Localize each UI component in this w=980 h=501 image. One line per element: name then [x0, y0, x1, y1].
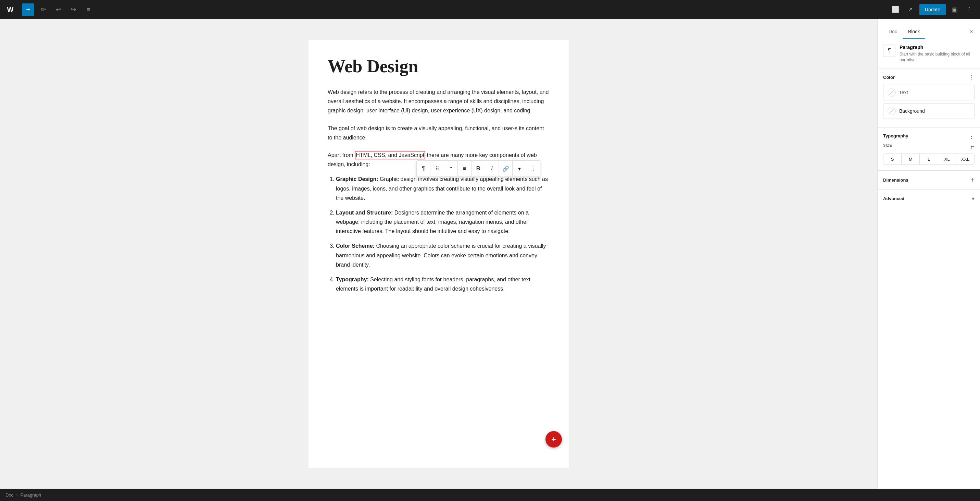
color-more-button[interactable]: ⋮ [968, 74, 975, 81]
list-item-title-2: Layout and Structure: [336, 210, 393, 215]
right-panel: Doc Block × ¶ Paragraph Start with the b… [877, 19, 980, 489]
more-options-button[interactable]: ⋮ [964, 3, 976, 16]
paragraph-2[interactable]: The goal of web design is to create a vi… [328, 124, 550, 142]
list-item-title-3: Color Scheme: [336, 243, 375, 249]
size-xl-button[interactable]: XL [938, 154, 956, 164]
dimensions-section-title: Dimensions [883, 177, 908, 183]
view-icon-button[interactable]: ⬜ [889, 3, 902, 16]
toolbar-paragraph-icon[interactable]: ¶ [417, 160, 430, 177]
toolbar-link-button[interactable]: 🔗 [499, 160, 512, 177]
toolbar-bold-button[interactable]: B [471, 160, 485, 177]
content-list: Graphic Design: Graphic design involves … [328, 174, 550, 294]
typography-section-header: Typography ⋮ [883, 133, 975, 139]
breadcrumb-separator: › [16, 492, 18, 498]
tab-block[interactable]: Block [903, 25, 925, 39]
text-color-circle [888, 88, 896, 97]
advanced-header[interactable]: Advanced ▾ [883, 195, 975, 202]
dimensions-section: Dimensions + [878, 171, 980, 190]
color-slash-icon [889, 90, 894, 95]
size-s-button[interactable]: S [883, 154, 902, 164]
background-color-circle [888, 107, 896, 115]
tools-button[interactable]: ✏ [37, 3, 49, 16]
breadcrumb-bar: Doc › Paragraph [0, 489, 980, 501]
list-item-title-4: Typography: [336, 276, 369, 282]
size-label: SIZE [883, 143, 892, 147]
background-color-option[interactable]: Background [883, 103, 975, 119]
block-name: Paragraph [899, 45, 975, 50]
toolbar-drag-icon[interactable]: ⠿ [430, 160, 444, 177]
dimensions-add-button[interactable]: + [970, 176, 975, 184]
advanced-section-title: Advanced [883, 196, 904, 201]
advanced-chevron-button[interactable]: ▾ [972, 195, 975, 202]
main-area: Web Design Web design refers to the proc… [0, 19, 980, 489]
paragraph-1[interactable]: Web design refers to the process of crea… [328, 88, 550, 115]
list-view-button[interactable]: ≡ [82, 3, 94, 16]
list-item[interactable]: Typography: Selecting and styling fonts … [336, 275, 550, 294]
advanced-section: Advanced ▾ [878, 190, 980, 207]
highlighted-text: HTML, CSS, and JavaScript [355, 151, 425, 160]
list-item-title-1: Graphic Design: [336, 176, 379, 182]
size-xxl-button[interactable]: XXL [956, 154, 974, 164]
top-toolbar: W + ✏ ↩ ↪ ≡ ⬜ ↗ Update ▣ ⋮ [0, 0, 980, 19]
typography-section: Typography ⋮ SIZE ⇄ S M L XL XXL [878, 128, 980, 171]
list-item[interactable]: Color Scheme: Choosing an appropriate co… [336, 241, 550, 270]
size-options: S M L XL XXL [883, 153, 975, 165]
list-item[interactable]: Layout and Structure: Designers determin… [336, 208, 550, 236]
size-m-button[interactable]: M [902, 154, 920, 164]
bg-color-slash-icon [889, 108, 894, 113]
color-section-title: Color [883, 75, 895, 80]
background-color-label: Background [899, 108, 925, 114]
block-type-icon: ¶ [883, 45, 896, 57]
size-l-button[interactable]: L [920, 154, 938, 164]
redo-button[interactable]: ↪ [67, 3, 80, 16]
toolbar-more-button[interactable]: ⋮ [526, 160, 540, 177]
tab-doc[interactable]: Doc [883, 25, 903, 39]
typography-section-title: Typography [883, 133, 908, 139]
editor-content: Web Design Web design refers to the proc… [309, 40, 569, 468]
toolbar-align-icon[interactable]: ≡ [458, 160, 471, 177]
breadcrumb-paragraph[interactable]: Paragraph [20, 492, 41, 498]
list-item[interactable]: Graphic Design: Graphic design involves … [336, 174, 550, 203]
floating-add-button[interactable]: + [546, 431, 562, 448]
dimensions-header: Dimensions + [883, 176, 975, 184]
page-title[interactable]: Web Design [328, 56, 550, 77]
panel-close-button[interactable]: × [968, 27, 975, 37]
undo-button[interactable]: ↩ [52, 3, 64, 16]
external-link-button[interactable]: ↗ [904, 3, 916, 16]
add-block-button[interactable]: + [22, 3, 34, 16]
panel-header: Doc Block × [878, 19, 980, 39]
paragraph-2-text: The goal of web design is to create a vi… [328, 125, 515, 131]
block-description: Start with the basic building block of a… [899, 51, 975, 63]
reset-size-button[interactable]: ⇄ [970, 144, 975, 150]
update-button[interactable]: Update [920, 4, 946, 15]
inline-toolbar: ¶ ⠿ ⌃ ≡ B I 🔗 ▾ ⋮ [416, 160, 540, 177]
text-color-option[interactable]: Text [883, 85, 975, 101]
color-section-header: Color ⋮ [883, 74, 975, 81]
settings-button[interactable]: ▣ [948, 3, 961, 16]
toolbar-italic-button[interactable]: I [485, 160, 499, 177]
toolbar-dropdown-button[interactable]: ▾ [512, 160, 526, 177]
text-color-label: Text [899, 90, 908, 95]
breadcrumb-doc[interactable]: Doc [5, 492, 13, 498]
wp-logo[interactable]: W [4, 3, 16, 16]
color-section: Color ⋮ Text Background [878, 69, 980, 128]
block-info: ¶ Paragraph Start with the basic buildin… [878, 39, 980, 69]
editor-canvas[interactable]: Web Design Web design refers to the proc… [0, 19, 877, 489]
block-info-text: Paragraph Start with the basic building … [899, 45, 975, 63]
typography-more-button[interactable]: ⋮ [968, 133, 975, 139]
toolbar-move-icon[interactable]: ⌃ [444, 160, 458, 177]
paragraph-3-before: Apart from [328, 152, 355, 158]
